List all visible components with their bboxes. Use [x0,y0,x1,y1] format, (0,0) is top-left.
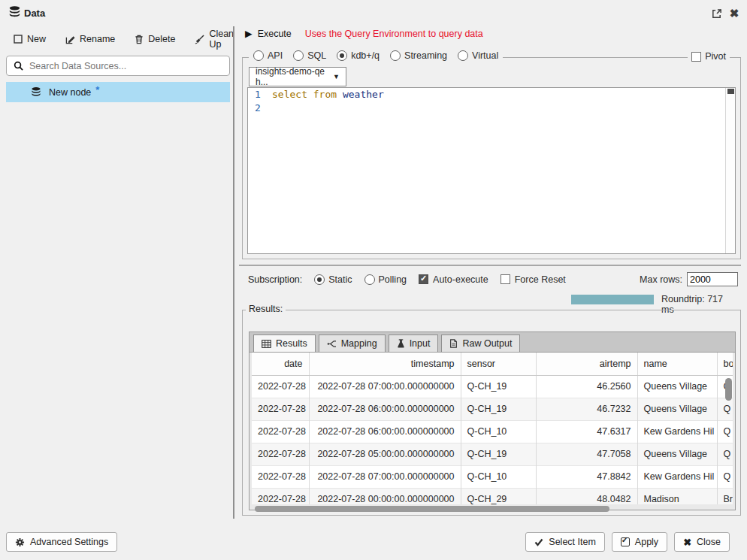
list-item-new-node[interactable]: New node * [6,82,230,102]
results-fieldset: Results: Results Mapping Input Raw Outpu [242,310,741,516]
flask-icon [397,339,405,348]
environment-dropdown[interactable]: insights-demo-qe h... ▼ [249,67,346,86]
tab-mapping-label: Mapping [341,338,377,349]
gear-icon [15,537,25,547]
delete-button[interactable]: Delete [135,34,175,44]
static-label: Static [328,274,352,285]
tab-mapping[interactable]: Mapping [319,334,386,352]
line-number: 1 [248,88,268,101]
progress-bar [571,295,654,304]
tab-input-label: Input [410,338,431,349]
radio-sql[interactable]: SQL [293,50,326,61]
table-vertical-scrollbar[interactable] [725,378,732,401]
radio-static[interactable]: Static [314,274,352,285]
close-icon: ✖ [683,537,691,548]
radio-kdbq[interactable]: kdb+/q [337,50,380,61]
data-sources-sidebar: New Rename Delete Clean Up New node * [6,26,230,102]
checkbox-check-icon [621,537,630,546]
rename-icon [65,35,75,44]
table-row[interactable]: 2022-07-282022-07-28 00:00:00.000000000Q… [252,488,733,504]
radio-api[interactable]: API [253,50,283,61]
tab-results[interactable]: Results [253,334,316,352]
database-icon [30,86,42,98]
check-icon [534,538,543,546]
table-row[interactable]: 2022-07-282022-07-28 06:00:00.000000000Q… [252,420,733,443]
tab-raw-output-label: Raw Output [462,338,512,349]
editor-line: 1 select from weather [248,88,735,101]
close-button[interactable]: ✖ Close [674,532,730,552]
radio-virtual[interactable]: Virtual [458,50,498,61]
data-source-list: New node * [6,82,230,102]
column-header-name[interactable]: name [637,353,717,375]
results-box: Results Mapping Input Raw Output [249,331,736,510]
force-reset-label: Force Reset [515,274,566,285]
results-tabstrip: Results Mapping Input Raw Output [250,332,735,353]
radio-icon [253,50,264,61]
radio-virtual-label: Virtual [472,50,498,61]
new-label: New [27,34,46,44]
mapping-icon [327,340,337,348]
table-icon [262,340,271,348]
rename-label: Rename [80,34,115,44]
tab-input[interactable]: Input [389,334,439,352]
tab-raw-output[interactable]: Raw Output [441,334,520,352]
scrollbar-thumb[interactable] [255,506,609,512]
table-row[interactable]: 2022-07-282022-07-28 07:00:00.000000000Q… [252,465,733,488]
column-header-airtemp[interactable]: airtemp [536,353,637,375]
search-icon [14,61,23,71]
sidebar-toolbar: New Rename Delete Clean Up [6,26,230,56]
section-divider[interactable] [239,265,741,266]
chevron-down-icon: ▼ [333,73,340,80]
editor-vertical-scrollbar[interactable] [725,88,735,253]
search-input[interactable] [29,61,222,71]
environment-value: insights-demo-qe h... [256,66,333,87]
apply-button[interactable]: Apply [612,532,667,552]
advanced-settings-label: Advanced Settings [30,537,108,547]
code-line: select from weather [268,88,384,101]
max-rows-label: Max rows: [640,274,682,285]
column-header-sensor[interactable]: sensor [461,353,536,375]
column-header-date[interactable]: date [252,353,309,375]
cleanup-label: Clean Up [209,29,234,50]
radio-kdbq-label: kdb+/q [351,50,380,61]
force-reset-checkbox[interactable]: Force Reset [501,274,566,285]
database-icon [8,5,22,20]
play-icon: ▶ [245,28,253,39]
radio-streaming-label: Streaming [404,50,447,61]
max-rows-input[interactable] [687,272,738,286]
radio-polling[interactable]: Polling [364,274,407,285]
radio-checked-icon [314,274,325,285]
radio-streaming[interactable]: Streaming [390,50,447,61]
table-row[interactable]: 2022-07-282022-07-28 05:00:00.000000000Q… [252,443,733,465]
list-item-label: New node [49,87,91,98]
max-rows-field: Max rows: [640,272,738,286]
advanced-settings-button[interactable]: Advanced Settings [6,532,117,552]
query-fieldset: API SQL kdb+/q Streaming Virtual Pivot [242,57,741,259]
new-button[interactable]: New [14,34,46,44]
scrollbar-thumb[interactable] [727,89,734,94]
panel-divider[interactable] [233,26,234,519]
execute-button[interactable]: ▶ Execute [245,28,292,39]
search-box [6,56,230,76]
radio-icon [458,50,468,61]
table-header-row: date timestamp sensor airtemp name bor [252,353,733,375]
table-row[interactable]: 2022-07-282022-07-28 06:00:00.000000000Q… [252,398,733,420]
radio-icon [390,50,401,61]
rename-button[interactable]: Rename [65,34,115,44]
cleanup-button[interactable]: Clean Up [195,29,234,50]
query-editor[interactable]: 1 select from weather 2 [247,87,736,254]
broom-icon [195,35,204,44]
table-horizontal-scrollbar[interactable] [252,505,733,513]
checkbox-icon [501,274,510,284]
delete-label: Delete [148,34,175,44]
checkbox-checked-icon [419,274,428,284]
table-row[interactable]: 2022-07-282022-07-28 07:00:00.000000000Q… [252,375,733,398]
close-label: Close [697,537,721,547]
select-item-button[interactable]: Select Item [525,532,605,552]
column-header-bor[interactable]: bor [717,353,733,375]
pivot-checkbox[interactable]: Pivot [688,51,730,62]
trash-icon [135,35,144,44]
auto-execute-checkbox[interactable]: Auto-execute [419,274,488,285]
column-header-timestamp[interactable]: timestamp [309,353,461,375]
new-icon [14,35,23,44]
